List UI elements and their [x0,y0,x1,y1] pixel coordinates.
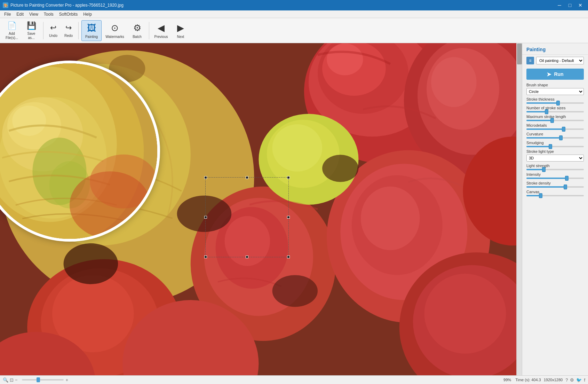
undo-label: Undo [49,34,57,38]
watermarks-button[interactable]: ⊙ Watermarks [103,20,127,41]
painting-button[interactable]: 🖼 Painting [81,20,102,41]
curvature-thumb[interactable] [559,135,563,140]
previous-button[interactable]: ◀ Previous [152,20,170,41]
run-button[interactable]: ➤ Run [526,69,584,80]
menu-file[interactable]: File [1,11,14,17]
zoom-slider-container: + [22,377,500,383]
canvas-control [526,195,584,196]
num-stroke-sizes-thumb[interactable] [545,109,548,114]
microdetails-slider[interactable] [526,128,584,130]
max-stroke-length-thumb[interactable] [550,118,554,123]
svg-point-27 [361,187,420,250]
stroke-density-thumb[interactable] [564,185,567,189]
intensity-thumb[interactable] [565,176,569,181]
canvas-area[interactable] [0,43,522,375]
add-files-button[interactable]: 📄 AddFile(s)... [3,20,21,41]
watermarks-label: Watermarks [105,35,124,39]
menu-edit[interactable]: Edit [14,11,26,17]
microdetails-thumb[interactable] [562,127,565,132]
light-strength-thumb[interactable] [542,167,546,172]
curvature-label: Curvature [526,132,584,136]
save-as-label: Saveas... [27,32,35,40]
selection-handle-lm[interactable] [204,216,207,219]
svg-point-40 [64,243,118,284]
zoom-slider[interactable] [22,379,64,381]
selection-handle-tl[interactable] [204,176,207,179]
undo-icon: ↩ [50,23,56,32]
canvas-slider[interactable] [526,195,584,196]
status-bar: 🔍 ⊡ − + 99% Time (s): 404.3 1920x1280 ? … [0,375,588,384]
curvature-control [526,137,584,139]
param-stroke-thickness: Stroke thickness [522,96,588,105]
social-icons: ? ⚙ 🐦 f [565,377,585,383]
smudging-fill [526,146,550,147]
brush-shape-select[interactable]: Circle Square Ellipse [526,88,584,95]
canvas-scrollbar-v[interactable] [516,43,522,375]
intensity-slider[interactable] [526,178,584,179]
selection-handle-rm[interactable] [287,216,290,219]
menu-bar: File Edit View Tools SoftOrbits Help [0,10,588,18]
smudging-slider[interactable] [526,146,584,147]
canvas-thumb[interactable] [539,193,542,198]
stroke-thickness-label: Stroke thickness [526,97,584,101]
right-panel: Painting ≡ Oil painting - Default Waterc… [522,43,588,375]
num-stroke-sizes-fill [526,111,547,112]
zoom-out-icon[interactable]: − [15,377,18,383]
save-as-button[interactable]: 💾 Saveas... [22,20,40,41]
close-button[interactable]: ✕ [575,1,585,9]
next-button[interactable]: ▶ Next [172,20,190,41]
selection-handle-bm[interactable] [246,256,248,258]
redo-button[interactable]: ↪ Redo [62,20,76,41]
menu-softorbits[interactable]: SoftOrbits [56,11,80,17]
max-stroke-length-slider[interactable] [526,120,584,121]
maximize-button[interactable]: □ [565,1,575,9]
minimize-button[interactable]: ─ [555,1,564,9]
stroke-light-type-select[interactable]: 3D Flat None [526,155,584,162]
num-stroke-sizes-slider[interactable] [526,111,584,112]
svg-point-48 [12,105,46,136]
zoom-fit-icon[interactable]: 🔍 [3,377,8,383]
presets-select[interactable]: Oil painting - Default Watercolor Sketch… [536,57,584,64]
canvas-scrollbar-thumb[interactable] [517,44,522,64]
light-strength-fill [526,169,544,170]
redo-label: Redo [64,34,73,38]
stroke-density-fill [526,186,565,188]
curvature-slider[interactable] [526,137,584,139]
menu-view[interactable]: View [26,11,41,17]
previous-icon: ◀ [158,23,165,33]
menu-tools[interactable]: Tools [41,11,56,17]
zoom-slider-thumb[interactable] [37,377,40,382]
selection-handle-tm[interactable] [246,176,248,179]
svg-point-16 [431,57,476,107]
add-files-label: AddFile(s)... [6,32,18,40]
stroke-density-slider[interactable] [526,186,584,188]
undo-button[interactable]: ↩ Undo [46,20,60,41]
selection-handle-tr[interactable] [287,176,290,179]
param-num-stroke-sizes: Number of stroke sizes [522,105,588,113]
toolbar-separator-2 [78,22,79,39]
batch-button[interactable]: ⚙ Batch [128,20,146,41]
param-max-stroke-length: Maximum stroke length [522,113,588,122]
settings-icon[interactable]: ⚙ [570,377,574,383]
status-right: Time (s): 404.3 1920x1280 ? ⚙ 🐦 f [515,377,585,383]
num-stroke-sizes-label: Number of stroke sizes [526,106,584,110]
facebook-icon[interactable]: f [584,377,585,383]
microdetails-fill [526,128,564,130]
stroke-thickness-thumb[interactable] [556,101,560,105]
selection-box[interactable] [205,177,289,257]
selection-handle-bl[interactable] [204,256,207,258]
selection-handle-br[interactable] [287,256,290,258]
help-icon[interactable]: ? [565,377,568,383]
light-strength-control [526,169,584,170]
light-strength-slider[interactable] [526,169,584,170]
zoom-in-icon[interactable]: + [66,377,69,383]
param-light-strength: Light strength [522,163,588,171]
zoom-actual-icon[interactable]: ⊡ [10,377,14,383]
stroke-thickness-slider[interactable] [526,102,584,104]
twitter-icon[interactable]: 🐦 [576,377,582,383]
next-icon: ▶ [177,23,184,33]
microdetails-label: Microdetails [526,123,584,127]
save-as-icon: 💾 [27,21,36,30]
smudging-thumb[interactable] [549,144,552,149]
menu-help[interactable]: Help [80,11,95,17]
